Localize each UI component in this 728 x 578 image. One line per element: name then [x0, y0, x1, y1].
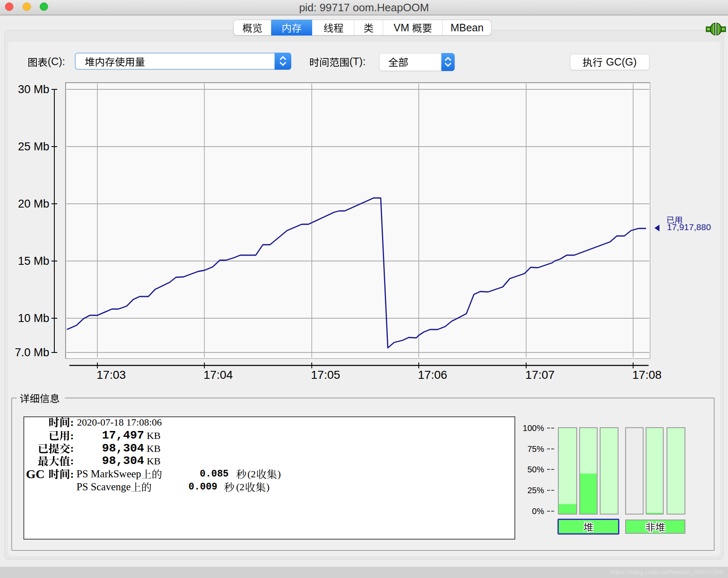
- svg-text:20 Mb: 20 Mb: [18, 198, 49, 210]
- svg-text:17:04: 17:04: [204, 368, 233, 381]
- svg-text:17:08: 17:08: [632, 368, 662, 381]
- svg-text:17:07: 17:07: [525, 368, 555, 381]
- svg-text:10 Mb: 10 Mb: [18, 312, 49, 324]
- svg-text:17:05: 17:05: [311, 368, 340, 381]
- svg-text:17:06: 17:06: [418, 368, 447, 381]
- svg-text:30 Mb: 30 Mb: [18, 83, 49, 96]
- svg-text:7.0 Mb: 7.0 Mb: [15, 346, 49, 359]
- svg-text:17:03: 17:03: [97, 368, 126, 381]
- svg-text:25 Mb: 25 Mb: [18, 140, 49, 153]
- svg-text:15 Mb: 15 Mb: [18, 255, 49, 267]
